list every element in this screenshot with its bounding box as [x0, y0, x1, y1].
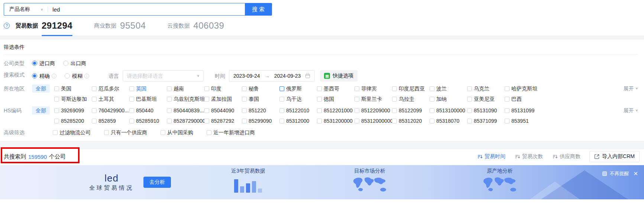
hs-checkbox-item[interactable]: 8531200000 — [317, 116, 355, 125]
region-checkbox-item[interactable]: 墨西哥 — [317, 84, 355, 93]
radio-fuzzy[interactable]: 模糊 i — [65, 71, 89, 80]
info-icon[interactable]: i — [84, 74, 89, 78]
advanced-checkbox-item[interactable]: 过滤物流公司 — [53, 128, 91, 137]
hs-checkbox-item[interactable]: 850440 — [129, 106, 167, 115]
hs-checkbox-item[interactable]: 85131099 — [505, 106, 542, 115]
hs-checkbox-item[interactable]: 851220 — [242, 106, 279, 115]
region-checkbox-item[interactable]: 加纳 — [430, 94, 467, 103]
sort-button[interactable]: 供应商数 — [553, 153, 580, 160]
expand-label: 展开 — [624, 106, 634, 115]
radio-exporter[interactable]: 出口商 — [63, 59, 86, 68]
checkbox-icon — [104, 130, 109, 135]
hs-checkbox-item[interactable]: 8512209000 — [355, 106, 392, 115]
region-checkbox-item[interactable]: 乌克兰 — [467, 84, 505, 93]
region-checkbox-item[interactable]: 泰国 — [242, 94, 279, 103]
hs-checkbox-item[interactable]: 39269099 — [54, 106, 92, 115]
chevron-down-icon: ∨ — [197, 72, 200, 79]
hs-checkbox-item[interactable]: 85371099 — [467, 116, 505, 125]
region-checkbox-item[interactable]: 乌拉圭 — [392, 94, 430, 103]
region-checkbox-item[interactable]: 俄罗斯 — [279, 84, 317, 93]
date-range-picker[interactable]: 2023-09-24 → 2024-09-23 — [229, 70, 315, 81]
hs-checkbox-item[interactable]: 85312020 — [392, 116, 430, 125]
region-checkbox-item[interactable]: 英国 — [129, 84, 167, 93]
region-checkbox-item[interactable]: 厄瓜多尔 — [92, 84, 129, 93]
region-checkbox-item[interactable]: 美国 — [54, 84, 92, 93]
region-checkbox-item[interactable]: 哈萨克斯坦 — [505, 84, 542, 93]
region-checkbox-item[interactable]: 孟加拉国 — [204, 94, 242, 103]
hs-checkbox-item[interactable]: 85122010 — [279, 106, 317, 115]
region-checkbox-item[interactable]: 哥斯达黎加 — [54, 94, 92, 103]
hs-checkbox-item[interactable]: 85131090 — [467, 106, 505, 115]
hs-checkbox-item[interactable]: 85285910 — [129, 116, 167, 125]
import-crm-button[interactable]: 导入内部CRM — [589, 151, 640, 162]
region-checkbox-item[interactable]: 印度尼西亚 — [392, 84, 430, 93]
region-checkbox-item[interactable]: 巴基斯坦 — [129, 94, 167, 103]
region-checkbox-item[interactable]: 越南 — [167, 84, 204, 93]
sort-button[interactable]: 贸易时间 — [478, 153, 505, 160]
analyze-button[interactable]: 去分析 — [143, 177, 171, 188]
region-checkbox-item[interactable]: 亚美尼亚 — [467, 94, 505, 103]
region-checkbox-item[interactable]: 菲律宾 — [355, 84, 392, 93]
quick-options-button[interactable]: ▦ 快捷选项 — [320, 70, 357, 81]
hs-checkbox-item[interactable]: 85312000 — [279, 116, 317, 125]
radio-importer[interactable]: 进口商 — [32, 59, 55, 68]
hs-checkbox-item[interactable]: 8512201000 — [317, 106, 355, 115]
region-checkbox-item[interactable]: 乌干达 — [279, 94, 317, 103]
search-bar: 产品名称 ∨ 搜 索 — [4, 3, 272, 16]
hs-checkbox-item[interactable]: 85285200 — [54, 116, 92, 125]
feature-origin-analysis[interactable]: 原产地分析 — [481, 168, 518, 193]
date-end[interactable]: 2024-09-23 — [274, 71, 301, 80]
hs-checkbox-item[interactable]: 85287290000 — [167, 116, 204, 125]
region-all-chip[interactable]: 全部 — [32, 84, 50, 93]
analysis-promo-banner: led 全球贸易情况 去分析 近3年贸易数据 目标市场分析 原产地分析 — [0, 165, 644, 199]
hs-checkbox-item[interactable]: 85044090 — [204, 106, 242, 115]
tab-business-data[interactable]: 商业数据 95504 — [94, 20, 146, 31]
hs-all-chip[interactable]: 全部 — [32, 106, 50, 115]
checkbox-label: 近一年新增进口商 — [213, 128, 255, 137]
hs-expand-link[interactable]: 展开 ∨ — [624, 106, 638, 115]
feature-trade-data[interactable]: 近3年贸易数据 — [231, 168, 265, 193]
feature-target-market[interactable]: 目标市场分析 — [351, 168, 388, 193]
sort-button[interactable]: 贸易次数 — [515, 153, 543, 160]
tab-trade-data[interactable]: ? 贸易数据 291294 — [4, 20, 72, 31]
region-checkbox-item[interactable]: 乌兹别克斯坦 — [167, 94, 204, 103]
help-icon[interactable]: ? — [4, 23, 10, 29]
region-checkbox-item[interactable]: 波兰 — [430, 84, 467, 93]
search-button[interactable]: 搜 索 — [245, 3, 272, 15]
keyword-subtitle: 全球贸易情况 — [89, 184, 134, 192]
dismiss-checkbox[interactable] — [602, 171, 607, 176]
date-start[interactable]: 2023-09-24 — [233, 71, 260, 80]
hs-checkbox-item[interactable]: 850440839... — [167, 106, 204, 115]
feature-label: 原产地分析 — [487, 168, 513, 174]
region-checkbox-item[interactable]: 德国 — [317, 94, 355, 103]
info-icon[interactable]: i — [52, 74, 56, 78]
language-select[interactable]: 请选择翻译语言 ∨ — [123, 70, 204, 81]
search-category-select[interactable]: 产品名称 ∨ — [4, 3, 48, 15]
radio-exact[interactable]: 精确 i — [32, 71, 56, 80]
close-icon[interactable]: ✕ — [633, 170, 638, 177]
advanced-checkbox-item[interactable]: 只有一个供应商 — [104, 128, 147, 137]
hs-checkbox-item[interactable]: 760429900... — [92, 106, 129, 115]
hs-checkbox-item[interactable]: 85312000000 — [355, 116, 392, 125]
tab-cloud-search-data[interactable]: 云搜数据 406039 — [167, 20, 224, 31]
search-input[interactable] — [48, 3, 245, 15]
advanced-checkbox-item[interactable]: 近一年新增进口商 — [207, 128, 255, 137]
hs-checkbox-item[interactable]: 85318070 — [430, 116, 467, 125]
checkbox-icon — [242, 119, 247, 123]
region-checkbox-item[interactable]: 土耳其 — [92, 94, 129, 103]
hs-checkbox-item[interactable]: 8513100000 — [430, 106, 467, 115]
hs-checkbox-item[interactable]: 85122099 — [392, 106, 430, 115]
hs-checkbox-item[interactable]: 85299090 — [242, 116, 279, 125]
region-expand-link[interactable]: 展开 ∨ — [624, 84, 638, 93]
region-checkbox-item[interactable]: 秘鲁 — [242, 84, 279, 93]
checkbox-icon — [430, 108, 434, 113]
hs-checkbox-item[interactable]: 853951 — [505, 116, 542, 125]
hs-checkbox-item[interactable]: 852859 — [92, 116, 129, 125]
region-checkbox-item[interactable]: 巴西 — [505, 94, 542, 103]
region-checkbox-item[interactable]: 印度 — [204, 84, 242, 93]
advanced-checkbox-item[interactable]: 从中国采购 — [161, 128, 193, 137]
hs-checkbox-item[interactable]: 85287292 — [204, 116, 242, 125]
region-checkbox-item[interactable]: 斯里兰卡 — [355, 94, 392, 103]
checkbox-icon — [355, 108, 359, 113]
checkbox-icon — [167, 97, 172, 102]
